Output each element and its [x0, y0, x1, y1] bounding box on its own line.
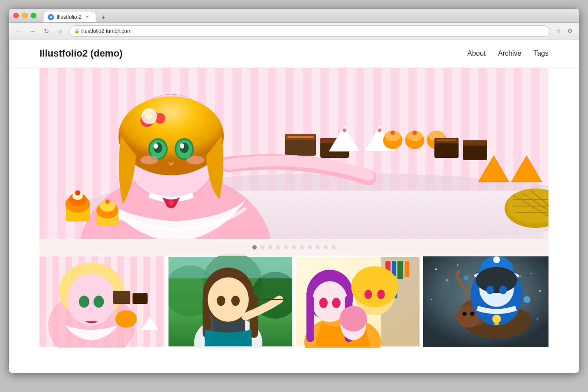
tab-close-button[interactable]: × [84, 14, 90, 20]
traffic-lights [13, 13, 36, 18]
nav-tags-link[interactable]: Tags [534, 50, 549, 57]
main-content: ✦ ✦ ✦ [9, 68, 579, 352]
svg-point-73 [68, 274, 115, 325]
svg-point-120 [531, 273, 532, 274]
svg-rect-99 [397, 261, 403, 279]
address-bar[interactable]: 🔒 illustfolio2.tumblr.com [69, 25, 550, 37]
slider-dot-6[interactable] [292, 245, 296, 249]
svg-point-47 [146, 113, 153, 120]
settings-wrench-icon[interactable]: ⚙ [565, 26, 575, 36]
svg-point-67 [105, 200, 110, 204]
svg-point-63 [75, 190, 80, 196]
svg-rect-106 [306, 295, 314, 342]
svg-point-143 [464, 275, 469, 281]
svg-rect-26 [437, 139, 456, 141]
svg-rect-77 [133, 293, 148, 304]
svg-point-18 [391, 131, 395, 135]
svg-point-75 [93, 296, 104, 308]
reload-button[interactable]: ↻ [41, 26, 52, 36]
hero-slider[interactable] [39, 68, 549, 256]
hero-image [39, 68, 549, 239]
svg-point-14 [343, 128, 346, 132]
toolbar-right: ☆ ⚙ [554, 26, 575, 36]
svg-point-138 [486, 286, 494, 295]
svg-rect-28 [463, 140, 487, 146]
back-button[interactable]: ← [13, 26, 24, 36]
svg-point-137 [476, 267, 517, 293]
url-text: illustfolio2.tumblr.com [81, 28, 132, 34]
active-tab[interactable]: Illustfolio 2 × [43, 11, 96, 22]
svg-rect-9 [287, 136, 314, 138]
svg-point-78 [115, 310, 137, 328]
svg-point-109 [332, 298, 341, 308]
gallery-item-4[interactable]: ✦ ✦ ✦ [423, 256, 549, 348]
svg-point-58 [169, 200, 174, 206]
browser-window: Illustfolio 2 × + ← → ↻ ⌂ 🔒 illustfolio2… [9, 9, 579, 373]
tab-favicon-icon [48, 14, 54, 20]
minimize-button[interactable] [22, 13, 28, 18]
address-lock-icon: 🔒 [74, 29, 79, 33]
slider-dot-10[interactable] [323, 245, 328, 249]
bookmark-star-icon[interactable]: ☆ [554, 26, 563, 36]
svg-point-135 [493, 256, 500, 263]
slider-dot-11[interactable] [331, 245, 336, 249]
close-button[interactable] [13, 13, 19, 18]
home-button[interactable]: ⌂ [55, 26, 66, 36]
svg-point-139 [499, 286, 507, 295]
slider-dot-4[interactable] [276, 245, 280, 249]
gallery-item-2[interactable] [169, 256, 292, 348]
webpage-content: Illustfolio2 (demo) About Archive Tags [9, 39, 579, 373]
slider-dot-1[interactable] [252, 245, 257, 249]
site-title: Illustfolio2 (demo) [39, 48, 122, 59]
svg-point-1 [50, 16, 52, 18]
svg-point-121 [539, 290, 541, 292]
svg-point-56 [140, 156, 158, 164]
slider-dot-5[interactable] [284, 245, 288, 249]
slider-dot-3[interactable] [268, 245, 272, 249]
svg-point-115 [340, 306, 367, 331]
slider-dot-7[interactable] [300, 245, 304, 249]
svg-point-92 [231, 296, 240, 306]
nav-archive-link[interactable]: Archive [498, 50, 521, 57]
svg-rect-141 [495, 322, 499, 325]
svg-point-51 [154, 143, 158, 149]
svg-point-55 [180, 143, 184, 149]
svg-point-21 [412, 131, 417, 135]
svg-point-113 [377, 290, 385, 299]
svg-point-108 [319, 298, 327, 308]
svg-rect-100 [405, 261, 409, 278]
gallery-grid: ✦ ✦ ✦ [39, 256, 549, 348]
svg-point-140 [492, 315, 501, 324]
new-tab-button[interactable]: + [99, 13, 108, 22]
tab-bar: Illustfolio 2 × + [43, 9, 108, 22]
svg-point-112 [365, 290, 373, 299]
svg-text:✦: ✦ [445, 277, 450, 284]
nav-about-link[interactable]: About [467, 50, 486, 57]
svg-point-142 [523, 296, 531, 303]
slider-dot-9[interactable] [316, 245, 320, 249]
gallery-item-1[interactable] [39, 256, 165, 348]
svg-point-130 [470, 312, 474, 316]
svg-point-74 [79, 296, 90, 308]
maximize-button[interactable] [31, 13, 36, 18]
svg-point-129 [463, 312, 467, 316]
site-header: Illustfolio2 (demo) About Archive Tags [9, 39, 579, 68]
svg-point-117 [435, 268, 437, 270]
forward-button[interactable]: → [27, 26, 38, 36]
tab-title: Illustfolio 2 [57, 14, 82, 20]
hero-svg [39, 68, 549, 239]
toolbar: ← → ↻ ⌂ 🔒 illustfolio2.tumblr.com ☆ ⚙ [9, 23, 579, 39]
slider-dot-8[interactable] [308, 245, 312, 249]
svg-rect-76 [113, 291, 130, 304]
gallery-item-3[interactable] [296, 256, 419, 348]
slider-dots [39, 239, 549, 256]
svg-point-122 [431, 299, 432, 300]
svg-point-111 [351, 266, 398, 307]
svg-point-15 [378, 128, 381, 132]
slider-dot-2[interactable] [260, 245, 265, 249]
svg-point-57 [186, 156, 204, 164]
svg-point-118 [457, 264, 458, 266]
svg-point-91 [217, 296, 225, 306]
title-bar: Illustfolio 2 × + [9, 9, 579, 23]
site-nav: About Archive Tags [467, 50, 549, 57]
